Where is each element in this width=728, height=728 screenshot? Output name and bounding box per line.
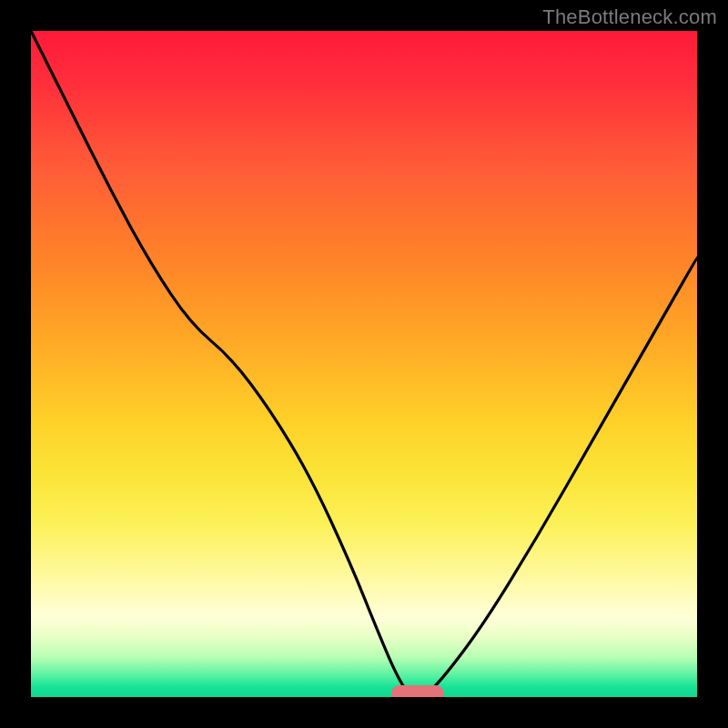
watermark-text: TheBottleneck.com — [542, 5, 717, 29]
optimal-marker — [391, 685, 444, 697]
bottleneck-curve — [31, 31, 697, 697]
plot-area — [31, 31, 697, 697]
chart-container: TheBottleneck.com — [0, 0, 728, 728]
